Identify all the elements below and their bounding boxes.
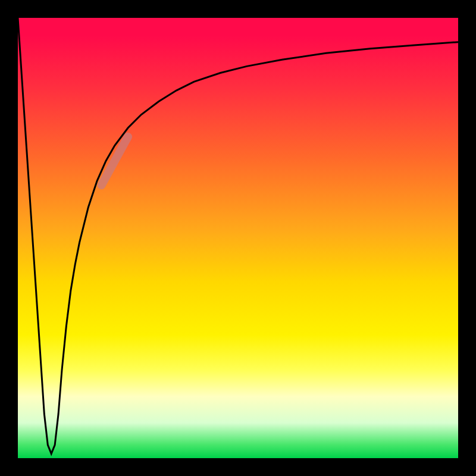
chart-container: TheBottleneck.com <box>0 0 476 476</box>
plot-area <box>18 18 458 458</box>
bottleneck-curve <box>18 18 458 454</box>
attribution-text: TheBottleneck.com <box>353 4 468 19</box>
curve-svg <box>18 18 458 458</box>
